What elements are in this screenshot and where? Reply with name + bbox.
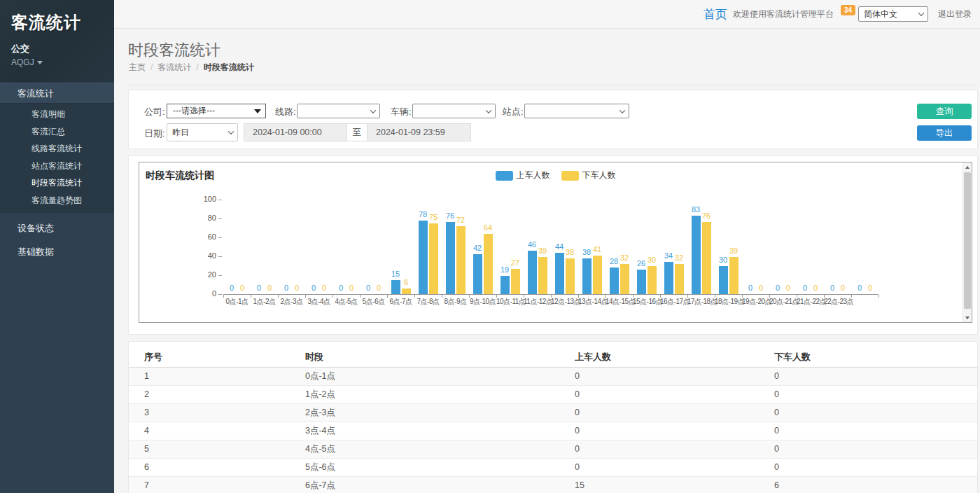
chart-scrollbar[interactable] bbox=[962, 162, 972, 322]
table-cell: 0 bbox=[759, 440, 977, 458]
chart-category: 4639 bbox=[524, 200, 551, 294]
y-axis-label: 0 bbox=[212, 289, 216, 298]
chart-category: 00 bbox=[223, 200, 251, 294]
export-button[interactable]: 导出 bbox=[917, 125, 972, 141]
bar-value-label: 0 bbox=[813, 284, 818, 292]
date-end-input[interactable]: 2024-01-09 23:59 bbox=[367, 123, 471, 141]
legend-item[interactable]: 上车人数 bbox=[496, 169, 550, 181]
bar-group: 72 bbox=[456, 200, 465, 294]
bar-group: 19 bbox=[500, 200, 510, 294]
page-title: 时段客流统计 bbox=[128, 40, 220, 61]
date-preset-wrap: 昨日 bbox=[167, 123, 238, 141]
x-axis-label: 17点-18点 bbox=[687, 295, 715, 307]
breadcrumb-current: 时段客流统计 bbox=[204, 62, 254, 72]
table-header-cell: 序号 bbox=[129, 347, 290, 367]
table-cell: 0 bbox=[759, 422, 977, 440]
sidebar-header: 客流统计 公交 AQGJ bbox=[0, 0, 114, 83]
sidebar-subitem[interactable]: 线路客流统计 bbox=[0, 140, 114, 158]
station-select[interactable] bbox=[524, 104, 629, 118]
line-select[interactable] bbox=[297, 104, 380, 118]
scrollbar-thumb[interactable] bbox=[964, 172, 971, 309]
org-code-dropdown[interactable]: AQGJ bbox=[11, 57, 104, 67]
sidebar-item[interactable]: 基础数据 bbox=[0, 240, 114, 264]
date-preset-select[interactable]: 昨日 bbox=[167, 123, 238, 141]
sidebar-subitem[interactable]: 客流明细 bbox=[0, 106, 114, 123]
table-row: 43点-4点00 bbox=[129, 422, 977, 440]
table-header-row: 序号时段上车人数下车人数 bbox=[129, 347, 977, 367]
header-divider bbox=[128, 85, 978, 85]
company-select[interactable]: ---请选择--- bbox=[167, 104, 266, 118]
bar-value-label: 0 bbox=[748, 284, 752, 292]
bar bbox=[566, 258, 575, 294]
sidebar-subitem[interactable]: 站点客流统计 bbox=[0, 158, 114, 175]
scroll-up-button[interactable] bbox=[963, 162, 972, 172]
sidebar-item[interactable]: 设备状态 bbox=[0, 216, 114, 240]
chart-category: 00 bbox=[851, 200, 878, 294]
table-header-cell: 下车人数 bbox=[759, 347, 977, 367]
bar-value-label: 0 bbox=[868, 284, 872, 292]
bar-value-label: 64 bbox=[484, 223, 492, 232]
bar-value-label: 0 bbox=[267, 284, 272, 292]
bar-group: 64 bbox=[484, 200, 493, 294]
bar bbox=[719, 266, 728, 295]
x-axis-label: 15点-16点 bbox=[633, 295, 660, 307]
table-cell: 3点-4点 bbox=[290, 422, 559, 440]
date-label: 日期: bbox=[144, 127, 165, 140]
sidebar-subitem[interactable]: 客流汇总 bbox=[0, 123, 114, 141]
x-axis-label: 20点-21点 bbox=[769, 295, 797, 307]
bar-value-label: 0 bbox=[830, 284, 834, 292]
scroll-down-button[interactable] bbox=[963, 313, 972, 322]
bar-group: 83 bbox=[692, 200, 701, 294]
bar-group: 76 bbox=[702, 200, 711, 294]
bar-value-label: 0 bbox=[776, 284, 780, 292]
chart-category: 7672 bbox=[442, 200, 469, 294]
bar bbox=[675, 264, 684, 294]
table-cell: 0 bbox=[759, 403, 977, 422]
triangle-down-icon bbox=[965, 317, 969, 319]
topbar: 首页 欢迎使用客流统计管理平台 34 简体中文 退出登录 bbox=[114, 0, 980, 29]
bar-value-label: 19 bbox=[500, 265, 509, 274]
bar-group: 46 bbox=[528, 200, 537, 294]
table-cell: 0 bbox=[559, 403, 759, 422]
bar-value-label: 78 bbox=[419, 210, 427, 218]
date-start-input[interactable]: 2024-01-09 00:00 bbox=[244, 123, 347, 141]
query-button[interactable]: 查询 bbox=[917, 104, 972, 119]
bar-group: 0 bbox=[839, 200, 848, 294]
chart-category: 7875 bbox=[414, 200, 442, 294]
vehicle-select[interactable] bbox=[412, 104, 496, 118]
chart-category: 00 bbox=[278, 200, 305, 294]
bar-group: 30 bbox=[648, 200, 657, 294]
company-select-value: ---请选择--- bbox=[173, 106, 215, 116]
bar bbox=[620, 264, 629, 294]
caret-down-icon bbox=[37, 61, 43, 64]
bar-value-label: 72 bbox=[456, 216, 465, 224]
sidebar-subitem[interactable]: 时段客流统计 bbox=[0, 174, 114, 192]
sidebar-submenu: 客流明细客流汇总线路客流统计站点客流统计时段客流统计客流量趋势图 bbox=[0, 104, 114, 213]
bar-group: 0 bbox=[757, 200, 766, 294]
sidebar-subitem[interactable]: 客流量趋势图 bbox=[0, 192, 114, 209]
x-axis-label: 11点-12点 bbox=[524, 295, 551, 307]
bar-value-label: 27 bbox=[511, 258, 519, 267]
bar bbox=[446, 222, 455, 294]
table-cell: 0 bbox=[759, 385, 977, 403]
sidebar-item-passenger-stats[interactable]: 客流统计 bbox=[0, 83, 114, 104]
breadcrumb-section[interactable]: 客流统计 bbox=[158, 62, 191, 72]
table-cell: 0 bbox=[559, 458, 759, 476]
home-link[interactable]: 首页 bbox=[704, 6, 727, 22]
logout-link[interactable]: 退出登录 bbox=[938, 8, 972, 20]
bar-group: 15 bbox=[391, 200, 400, 294]
x-axis-label bbox=[851, 295, 878, 307]
bar-value-label: 30 bbox=[648, 256, 656, 264]
bar-group: 0 bbox=[374, 200, 384, 294]
bar-value-label: 32 bbox=[620, 254, 629, 262]
table-cell: 6点-7点 bbox=[290, 476, 559, 493]
table-panel: 序号时段上车人数下车人数 10点-1点0021点-2点0032点-3点0043点… bbox=[128, 341, 978, 493]
bar-value-label: 0 bbox=[339, 284, 343, 292]
breadcrumb-home[interactable]: 主页 bbox=[129, 62, 146, 72]
bar-group: 0 bbox=[238, 200, 247, 294]
chart-category: 00 bbox=[797, 200, 824, 294]
line-label: 线路: bbox=[275, 106, 296, 118]
legend-item[interactable]: 下车人数 bbox=[561, 169, 616, 181]
bar-value-label: 0 bbox=[240, 284, 244, 292]
language-select[interactable]: 简体中文 bbox=[858, 6, 928, 22]
